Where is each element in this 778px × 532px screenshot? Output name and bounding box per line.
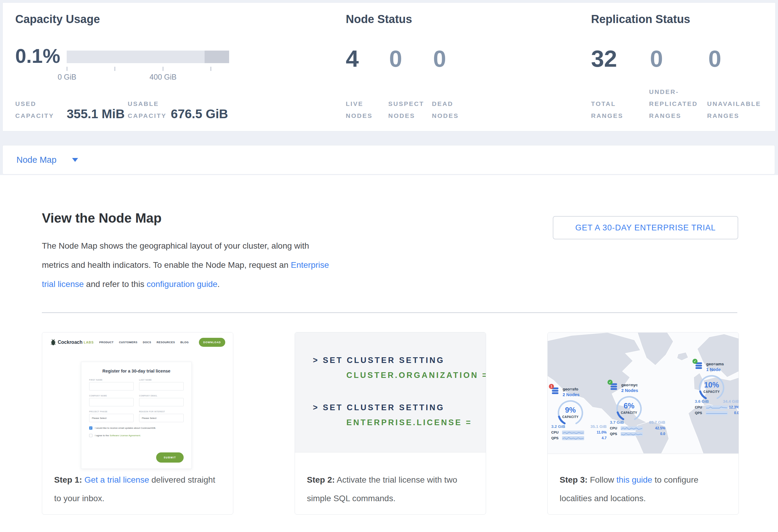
sql-commands-illustration: > SET CLUSTER SETTING CLUSTER.ORGANIZATI… xyxy=(295,332,486,452)
dead-nodes-label: DEAD NODES xyxy=(432,98,468,122)
mini-form-fields: FIRST NAME LAST NAME COMPANY NAME COMPAN… xyxy=(89,379,184,422)
checked-checkbox-icon: ✓ xyxy=(89,427,92,430)
suspect-nodes-label: SUSPECT NODES xyxy=(388,98,430,122)
chevron-down-icon xyxy=(72,158,78,162)
cockroach-logo-icon xyxy=(51,338,56,346)
mini-site-nav: PRODUCT CUSTOMERS DOCS RESOURCES BLOG DO… xyxy=(99,338,225,347)
view-selector-dropdown[interactable]: Node Map xyxy=(2,145,775,174)
database-stack-icon: 1 xyxy=(551,387,560,395)
intro-text: The Node Map shows the geographical layo… xyxy=(42,241,309,270)
step-3-card: 1 geo=sfo 2 Nodes 9% CAPACITY xyxy=(547,332,739,515)
axis-tick xyxy=(67,67,67,71)
cpu-row: CPU 42.5% xyxy=(610,426,665,430)
capacity-bar xyxy=(67,51,229,63)
cpu-row: CPU 12.3% xyxy=(695,405,739,409)
unavailable-label: UNAVAILABLE RANGES xyxy=(707,98,767,122)
qps-sparkline xyxy=(621,432,643,436)
page-title: View the Node Map xyxy=(42,211,161,226)
last-name-input xyxy=(139,382,184,390)
qps-value: 0.0 xyxy=(734,411,739,415)
step-1-caption: Step 1: Get a trial license delivered st… xyxy=(54,471,221,508)
qps-row: QPS 0.0 xyxy=(695,411,739,415)
axis-label-400: 400 GiB xyxy=(145,73,181,81)
total-ranges-value: 32 xyxy=(591,47,617,70)
capacity-percent: 10% xyxy=(697,381,726,389)
map-node-sfo: 1 geo=sfo 2 Nodes 9% CAPACITY xyxy=(551,387,607,440)
mini-nav-docs: DOCS xyxy=(143,341,151,344)
used-capacity-label: USED CAPACITY xyxy=(15,98,57,122)
cluster-summary-panel: Capacity Usage 0.1% 0 GiB 400 GiB USED C… xyxy=(2,2,776,131)
project-phase-select: Please Select xyxy=(89,414,134,422)
mini-form-title: Register for a 30-day trial license xyxy=(89,369,184,373)
field-label: REASON FOR INTEREST xyxy=(139,410,184,412)
mini-site-brand: Cockroach xyxy=(58,339,83,345)
capacity-used-percent: 0.1% xyxy=(15,45,60,67)
axis-tick xyxy=(211,67,211,71)
capacity-gauge: 9% CAPACITY xyxy=(555,398,586,424)
database-stack-icon: ✓ xyxy=(695,362,703,370)
live-nodes-label: LIVE NODES xyxy=(346,98,382,122)
total-gib: 35.1 GiB xyxy=(591,424,607,429)
used-capacity-value: 355.1 MiB xyxy=(67,107,125,121)
sql-argument: CLUSTER.ORGANIZATION = xyxy=(346,371,486,380)
enterprise-trial-button[interactable]: GET A 30-DAY ENTERPRISE TRIAL xyxy=(553,216,738,239)
total-ranges-label: TOTAL RANGES xyxy=(591,98,636,122)
map-node-ams: ✓ geo=ams 1 Node 10% CAPACITY xyxy=(695,362,739,415)
mini-nav-product: PRODUCT xyxy=(99,341,114,344)
intro-text: and refer to this xyxy=(84,280,147,289)
section-divider xyxy=(42,312,737,313)
updates-checkbox-row: ✓ I would like to receive email updates … xyxy=(89,427,184,430)
qps-sparkline xyxy=(706,411,728,415)
database-stack-icon: ✓ xyxy=(610,383,618,391)
qps-value: 0.0 xyxy=(660,432,665,436)
updates-checkbox-label: I would like to receive email updates ab… xyxy=(95,427,156,429)
unavailable-value: 0 xyxy=(708,47,721,70)
usable-capacity-value: 676.5 GiB xyxy=(171,107,228,121)
mini-submit-button: SUBMIT xyxy=(156,452,184,463)
cpu-sparkline xyxy=(621,427,643,430)
axis-tick xyxy=(114,67,115,71)
qps-row: QPS 0.0 xyxy=(610,432,665,436)
suspect-nodes-value: 0 xyxy=(389,47,402,70)
cluster-overview-page: Capacity Usage 0.1% 0 GiB 400 GiB USED C… xyxy=(0,0,778,532)
mini-nav-blog: BLOG xyxy=(180,341,189,344)
total-gib: 65.7 GiB xyxy=(649,420,665,425)
get-trial-license-link[interactable]: Get a trial license xyxy=(84,475,149,484)
axis-tick xyxy=(163,67,163,71)
step-1-card: Cockroach LABS PRODUCT CUSTOMERS DOCS RE… xyxy=(42,332,233,515)
axis-label-0: 0 GiB xyxy=(49,73,85,81)
warning-badge: 1 xyxy=(549,384,554,389)
capacity-caption: CAPACITY xyxy=(697,390,726,393)
cpu-value: 42.5% xyxy=(655,426,665,430)
qps-sparkline xyxy=(562,436,584,440)
cpu-sparkline xyxy=(562,431,584,435)
qps-value: 4.7 xyxy=(602,436,607,440)
cpu-value: 12.3% xyxy=(729,405,739,409)
mini-nav-resources: RESOURCES xyxy=(156,341,175,344)
reason-select: Please Select xyxy=(139,414,184,422)
field-label: PROJECT PHASE xyxy=(89,410,134,412)
mini-download-button: DOWNLOAD xyxy=(199,338,225,347)
dead-nodes-value: 0 xyxy=(433,47,446,70)
live-nodes-value: 4 xyxy=(346,47,359,70)
sql-command: > SET CLUSTER SETTING xyxy=(313,403,445,412)
field-label: LAST NAME xyxy=(139,379,184,381)
step-number: Step 2: xyxy=(307,475,335,484)
this-guide-link[interactable]: this guide xyxy=(617,475,652,484)
healthy-badge: ✓ xyxy=(608,380,613,385)
step-number: Step 1: xyxy=(54,475,82,484)
qps-row: QPS 4.7 xyxy=(551,436,607,440)
node-count: 1 Node xyxy=(706,367,724,372)
company-name-input xyxy=(89,398,134,406)
usable-capacity-label: USABLE CAPACITY xyxy=(128,98,175,122)
cpu-value: 11.0% xyxy=(597,430,607,435)
intro-paragraph: The Node Map shows the geographical layo… xyxy=(42,236,333,294)
capacity-bar-nonusable-segment xyxy=(205,51,229,63)
under-replicated-value: 0 xyxy=(650,47,663,70)
mini-nav-customers: CUSTOMERS xyxy=(119,341,138,344)
license-agreement-link: Software License Agreement. xyxy=(109,434,141,437)
company-email-input xyxy=(139,398,184,406)
under-replicated-label: UNDER- REPLICATED RANGES xyxy=(649,86,706,122)
configuration-guide-link[interactable]: configuration guide xyxy=(147,280,218,289)
node-map-illustration: 1 geo=sfo 2 Nodes 9% CAPACITY xyxy=(548,332,738,454)
